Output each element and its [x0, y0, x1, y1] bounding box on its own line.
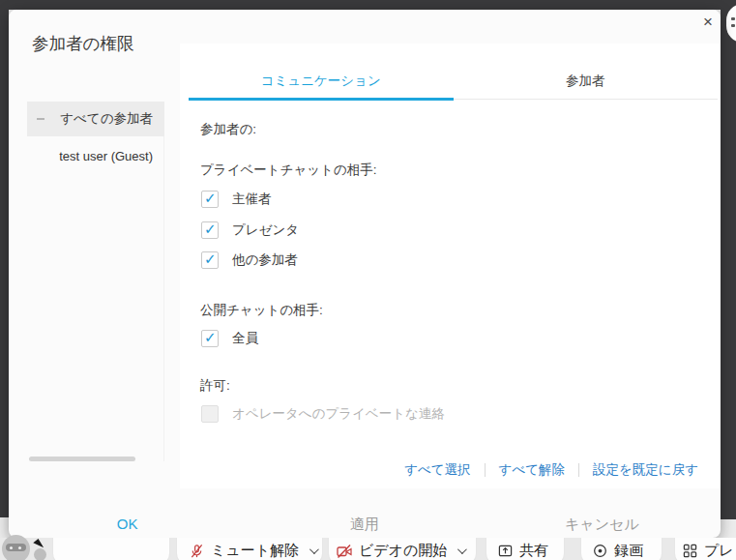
avatar-eye	[18, 546, 21, 549]
checkbox-icon	[201, 405, 219, 423]
ok-button[interactable]: OK	[9, 516, 246, 534]
apps-button[interactable]: プレ	[683, 542, 734, 560]
avatar-badge	[34, 548, 46, 560]
unmute-button[interactable]: ミュート解除	[190, 542, 316, 560]
assistant-avatar	[2, 535, 30, 560]
sidebar-item-test-user[interactable]: test user (Guest)	[27, 142, 164, 171]
sidebar-horizontal-scrollbar[interactable]	[29, 457, 135, 461]
apps-grid-icon	[683, 544, 697, 558]
private-chat-label: プライベートチャットの相手:	[200, 162, 376, 179]
tab-communication[interactable]: コミュニケーション	[189, 73, 454, 99]
checkbox-row-everyone[interactable]: 全員	[201, 330, 258, 347]
checkbox-label: 全員	[232, 330, 258, 347]
checkbox-row-presenter[interactable]: プレゼンタ	[201, 221, 299, 239]
share-screen-icon	[498, 544, 513, 558]
checkbox-icon[interactable]	[201, 191, 219, 208]
record-label: 録画	[614, 542, 643, 560]
select-all-link[interactable]: すべて選択	[404, 461, 470, 479]
public-chat-label: 公開チャットの相手:	[200, 302, 323, 319]
close-icon[interactable]: ×	[697, 12, 719, 33]
start-video-label: ビデオの開始	[359, 542, 447, 560]
window-frame-top	[0, 0, 736, 10]
dialog-title: 参加者の権限	[32, 32, 133, 55]
bulk-action-links: すべて選択 すべて解除 設定を既定に戻す	[404, 461, 698, 479]
panel-glyph-dot	[731, 17, 735, 20]
window-frame-left	[0, 0, 9, 517]
participant-privileges-dialog: 参加者の権限 × すべての参加者 test user (Guest) コミュニケ…	[9, 10, 721, 538]
mic-off-icon	[190, 544, 204, 559]
tree-collapse-dash-icon	[37, 118, 44, 120]
tab-participants[interactable]: 参加者	[454, 73, 719, 99]
checkbox-row-operator-private-contact: オペレータへのプライベートな連絡	[201, 405, 445, 423]
record-icon	[593, 544, 607, 558]
window-frame-right	[721, 0, 736, 519]
checkbox-row-host[interactable]: 主催者	[201, 191, 272, 208]
share-button[interactable]: 共有	[498, 542, 548, 560]
apps-label: プレ	[704, 542, 734, 560]
dialog-footer: OK 適用 キャンセル	[9, 516, 721, 534]
avatar-eye	[10, 546, 13, 549]
link-divider	[485, 463, 486, 477]
allow-label: 許可:	[200, 377, 230, 395]
record-button[interactable]: 録画	[593, 542, 643, 560]
share-label: 共有	[519, 542, 548, 560]
meeting-toolbar: ミュート解除 ビデオの開始 共有 録画 プレ	[0, 538, 736, 560]
checkbox-icon[interactable]	[201, 221, 219, 239]
tab-strip: コミュニケーション 参加者	[189, 44, 718, 100]
checkbox-icon[interactable]	[201, 330, 219, 347]
checkbox-label: プレゼンタ	[232, 221, 299, 239]
checkbox-icon[interactable]	[201, 251, 219, 269]
sidebar-item-all-participants[interactable]: すべての参加者	[27, 102, 164, 136]
video-off-icon	[337, 544, 352, 559]
cancel-button[interactable]: キャンセル	[484, 516, 721, 534]
reset-defaults-link[interactable]: 設定を既定に戻す	[593, 461, 698, 479]
checkbox-label: オペレータへのプライベートな連絡	[232, 405, 445, 423]
toolbar-pill[interactable]	[53, 538, 169, 560]
checkbox-label: 他の参加者	[232, 251, 298, 269]
participant-of-label: 参加者の:	[200, 121, 256, 138]
link-divider	[578, 463, 579, 477]
panel-glyph-dot	[731, 24, 735, 27]
checkbox-row-other-participants[interactable]: 他の参加者	[201, 251, 298, 269]
clear-all-link[interactable]: すべて解除	[499, 461, 565, 479]
permissions-panel: コミュニケーション 参加者 参加者の: プライベートチャットの相手: 主催者 プ…	[180, 44, 721, 488]
start-video-button[interactable]: ビデオの開始	[337, 542, 464, 560]
checkbox-label: 主催者	[232, 191, 272, 208]
apply-button[interactable]: 適用	[246, 516, 483, 534]
unmute-label: ミュート解除	[211, 542, 299, 560]
